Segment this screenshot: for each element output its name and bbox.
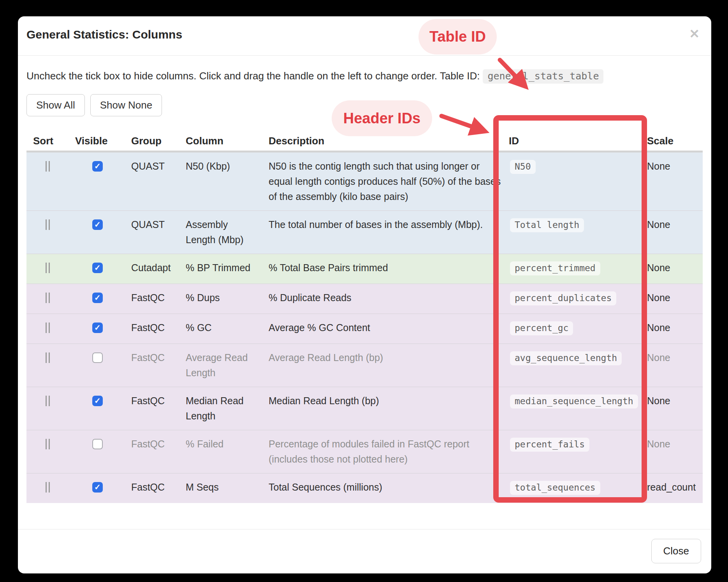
modal-footer: Close: [18, 529, 711, 573]
row-visible-cell: ✓: [75, 211, 131, 254]
modal-header: General Statistics: Columns ✕: [18, 16, 711, 55]
row-id-cell: percent_gc: [509, 314, 647, 344]
row-scale-cell: None: [647, 211, 703, 254]
row-group-cell: QUAST: [131, 152, 186, 211]
row-column-cell: M Seqs: [186, 473, 269, 503]
show-none-button[interactable]: Show None: [90, 94, 162, 116]
id-code-chip: total_sequences: [510, 481, 600, 495]
row-column-cell: Average Read Length: [186, 344, 269, 387]
row-scale-cell: read_count: [647, 473, 703, 503]
row-column-cell: % Dups: [186, 284, 269, 314]
row-group-cell: Cutadapt: [131, 254, 186, 284]
table-row: ✓FastQCM SeqsTotal Sequences (millions)t…: [26, 473, 703, 503]
row-scale-cell: None: [647, 387, 703, 430]
row-id-cell: percent_fails: [509, 430, 647, 473]
drag-handle-icon[interactable]: [46, 396, 50, 406]
drag-handle-icon[interactable]: [46, 293, 50, 303]
header-scale: Scale: [647, 135, 703, 152]
row-description-cell: Total Sequences (millions): [269, 473, 509, 503]
row-visible-cell: ✓: [75, 387, 131, 430]
table-header-row: Sort Visible Group Column Description ID…: [26, 135, 703, 152]
id-code-chip: percent_fails: [510, 438, 589, 452]
drag-handle-icon[interactable]: [46, 352, 50, 363]
visible-checkbox[interactable]: ✓: [92, 396, 103, 406]
row-scale-cell: None: [647, 344, 703, 387]
id-code-chip: percent_trimmed: [510, 261, 600, 275]
general-stats-columns-modal: General Statistics: Columns ✕ Uncheck th…: [18, 16, 711, 573]
header-column: Column: [186, 135, 269, 152]
header-sort: Sort: [26, 135, 75, 152]
columns-table-body: ✓QUASTN50 (Kbp)N50 is the contig length …: [26, 152, 703, 503]
row-description-cell: The total number of bases in the assembl…: [269, 211, 509, 254]
row-column-cell: Assembly Length (Mbp): [186, 211, 269, 254]
screen-backdrop: General Statistics: Columns ✕ Uncheck th…: [0, 0, 728, 582]
drag-handle-icon[interactable]: [46, 482, 50, 493]
visible-checkbox[interactable]: ✓: [92, 263, 103, 273]
table-row: FastQC% FailedPercentage of modules fail…: [26, 430, 703, 473]
row-column-cell: % GC: [186, 314, 269, 344]
row-id-cell: Total length: [509, 211, 647, 254]
row-id-cell: N50: [509, 152, 647, 211]
visible-checkbox[interactable]: ✓: [92, 219, 103, 230]
instructions-label: Uncheck the tick box to hide columns. Cl…: [26, 70, 480, 82]
visible-checkbox[interactable]: ✓: [92, 482, 103, 493]
drag-handle-icon[interactable]: [46, 263, 50, 273]
row-visible-cell: ✓: [75, 473, 131, 503]
row-drag-handle-cell: [26, 473, 75, 503]
drag-handle-icon[interactable]: [46, 439, 50, 449]
row-description-cell: % Total Base Pairs trimmed: [269, 254, 509, 284]
header-visible: Visible: [75, 135, 131, 152]
close-icon[interactable]: ✕: [689, 26, 700, 41]
drag-handle-icon[interactable]: [46, 219, 50, 230]
row-group-cell: QUAST: [131, 211, 186, 254]
visible-checkbox[interactable]: [92, 439, 103, 449]
row-scale-cell: None: [647, 430, 703, 473]
row-scale-cell: None: [647, 314, 703, 344]
row-scale-cell: None: [647, 152, 703, 211]
drag-handle-icon[interactable]: [46, 323, 50, 333]
row-drag-handle-cell: [26, 387, 75, 430]
row-visible-cell: [75, 430, 131, 473]
table-row: ✓FastQC% GCAverage % GC Contentpercent_g…: [26, 314, 703, 344]
visible-checkbox[interactable]: ✓: [92, 323, 103, 333]
visible-checkbox[interactable]: [92, 352, 103, 363]
row-description-cell: Percentage of modules failed in FastQC r…: [269, 430, 509, 473]
show-all-button[interactable]: Show All: [26, 94, 85, 116]
visible-checkbox[interactable]: ✓: [92, 161, 103, 172]
row-visible-cell: ✓: [75, 254, 131, 284]
visible-checkbox[interactable]: ✓: [92, 293, 103, 303]
table-row: ✓FastQCMedian Read LengthMedian Read Len…: [26, 387, 703, 430]
close-button[interactable]: Close: [651, 539, 701, 563]
row-visible-cell: [75, 344, 131, 387]
row-drag-handle-cell: [26, 284, 75, 314]
row-column-cell: N50 (Kbp): [186, 152, 269, 211]
id-code-chip: avg_sequence_length: [510, 351, 622, 365]
row-id-cell: median_sequence_length: [509, 387, 647, 430]
row-description-cell: Median Read Length (bp): [269, 387, 509, 430]
row-visible-cell: ✓: [75, 314, 131, 344]
row-drag-handle-cell: [26, 344, 75, 387]
row-column-cell: Median Read Length: [186, 387, 269, 430]
row-description-cell: % Duplicate Reads: [269, 284, 509, 314]
row-id-cell: total_sequences: [509, 473, 647, 503]
columns-config-table: Sort Visible Group Column Description ID…: [26, 135, 703, 503]
row-column-cell: % Failed: [186, 430, 269, 473]
row-id-cell: percent_duplicates: [509, 284, 647, 314]
drag-handle-icon[interactable]: [46, 161, 50, 172]
header-description: Description: [269, 135, 509, 152]
row-scale-cell: None: [647, 254, 703, 284]
table-row: ✓QUASTN50 (Kbp)N50 is the contig length …: [26, 152, 703, 211]
row-group-cell: FastQC: [131, 314, 186, 344]
header-group: Group: [131, 135, 186, 152]
instructions-text: Uncheck the tick box to hide columns. Cl…: [26, 68, 703, 84]
row-description-cell: Average % GC Content: [269, 314, 509, 344]
annotation-badge-table-id: Table ID: [419, 19, 497, 54]
annotation-badge-header-ids: Header IDs: [332, 100, 432, 136]
row-description-cell: Average Read Length (bp): [269, 344, 509, 387]
id-code-chip: median_sequence_length: [510, 394, 638, 408]
row-id-cell: avg_sequence_length: [509, 344, 647, 387]
modal-title: General Statistics: Columns: [26, 28, 701, 41]
id-code-chip: N50: [510, 160, 536, 174]
id-code-chip: Total length: [510, 218, 584, 232]
row-drag-handle-cell: [26, 314, 75, 344]
